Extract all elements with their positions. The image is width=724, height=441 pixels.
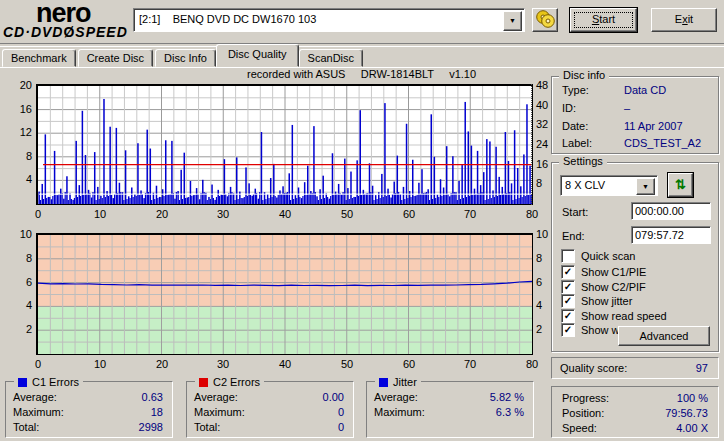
show-read-speed-label: Show read speed <box>581 310 667 322</box>
disc-info-panel: Disc info Type: Data CD ID: – Date: 11 A… <box>551 76 719 154</box>
scan-speed-select[interactable]: 8 X CLV ▼ <box>560 175 658 196</box>
disc-eject-button[interactable] <box>532 8 558 32</box>
axis-tick-label: 40 <box>536 99 556 112</box>
jitter-stats-panel: Jitter Average: 5.82 % Maximum: 6.3 % <box>366 381 534 438</box>
position-label: Position: <box>562 407 604 419</box>
quality-score-label: Quality score: <box>560 362 627 374</box>
nero-logo: nero CD·DVDØSPEED <box>3 1 133 43</box>
tab-strip: Benchmark Create Disc Disc Info Disc Qua… <box>2 47 365 67</box>
axis-tick-label: 16 <box>12 103 32 116</box>
axis-tick-label: 60 <box>399 208 419 221</box>
axis-tick-label: 2 <box>536 323 556 336</box>
axis-tick-label: 10 <box>536 228 556 241</box>
axis-tick-label: 0 <box>28 208 48 221</box>
cdd-logo-text: CD·DVD <box>3 24 63 40</box>
progress-panel: Progress: 100 % Position: 79:56.73 Speed… <box>551 386 719 438</box>
disc-id-label: ID: <box>562 102 576 114</box>
axis-tick-label: 6 <box>12 276 32 289</box>
axis-tick-label: 6 <box>536 276 556 289</box>
drive-select[interactable]: [2:1] BENQ DVD DC DW1670 103 ▼ <box>133 8 525 32</box>
axis-tick-label: 20 <box>152 208 172 221</box>
c1-legend-swatch <box>18 378 27 387</box>
axis-tick-label: 8 <box>536 177 556 190</box>
chart-title: recorded with ASUS DRW-1814BLT v1.10 <box>247 68 476 80</box>
refresh-icon: ⇅ <box>675 177 686 192</box>
tab-create-disc[interactable]: Create Disc <box>78 49 153 67</box>
chevron-down-icon[interactable]: ▼ <box>636 178 655 195</box>
axis-tick-label: 0 <box>28 358 48 371</box>
c1-total-value: 2998 <box>139 421 163 433</box>
c1-errors-plot <box>38 86 532 204</box>
scan-end-marker <box>531 84 533 205</box>
advanced-button[interactable]: Advanced <box>618 326 710 346</box>
tab-disc-quality[interactable]: Disc Quality <box>216 44 299 67</box>
c1-average-label: Average: <box>13 391 57 403</box>
axis-tick-label: 30 <box>213 358 233 371</box>
axis-tick-label: 8 <box>536 252 556 265</box>
axis-tick-label: 10 <box>90 358 110 371</box>
axis-tick-label: 20 <box>12 79 32 92</box>
checkbox-icon[interactable]: ✓ <box>561 309 575 323</box>
checkbox-icon[interactable]: ✓ <box>561 280 575 294</box>
disc-id-value: – <box>624 102 630 114</box>
show-jitter-checkbox[interactable]: ✓ Show jitter <box>561 294 632 308</box>
c2-errors-panel: C2 Errors Average: 0.00 Maximum: 0 Total… <box>186 381 354 438</box>
tab-scandisc[interactable]: ScanDisc <box>299 49 363 67</box>
jitter-maximum-label: Maximum: <box>374 406 425 418</box>
start-position-label: Start: <box>562 206 588 218</box>
c1-average-value: 0.63 <box>142 391 163 403</box>
show-read-speed-checkbox[interactable]: ✓ Show read speed <box>561 309 667 323</box>
progress-label: Progress: <box>562 392 609 404</box>
exit-button[interactable]: Exit <box>651 8 717 32</box>
show-jitter-label: Show jitter <box>581 295 632 307</box>
disc-type-label: Type: <box>562 84 589 96</box>
disc-date-label: Date: <box>562 120 588 132</box>
c1-errors-title: C1 Errors <box>32 376 79 388</box>
axis-tick-label: 10 <box>90 208 110 221</box>
end-position-label: End: <box>562 230 585 242</box>
disc-type-value: Data CD <box>624 84 666 96</box>
c2-total-value: 0 <box>338 421 344 433</box>
axis-tick-label: 70 <box>460 208 480 221</box>
axis-tick-label: 4 <box>12 173 32 186</box>
checkbox-icon[interactable]: ✓ <box>561 265 575 279</box>
chevron-down-icon[interactable]: ▼ <box>503 11 522 31</box>
quality-score-panel: Quality score: 97 <box>551 357 719 379</box>
end-position-input[interactable]: 079:57.72 <box>631 226 711 244</box>
discs-icon <box>534 9 556 29</box>
axis-tick-label: 20 <box>152 358 172 371</box>
axis-tick-label: 80 <box>522 358 542 371</box>
axis-tick-label: 24 <box>536 138 556 151</box>
axis-tick-label: 50 <box>337 358 357 371</box>
quality-score-value: 97 <box>696 362 708 374</box>
quick-scan-checkbox[interactable]: Quick scan <box>561 249 635 263</box>
c2-average-value: 0.00 <box>323 391 344 403</box>
axis-tick-label: 32 <box>536 118 556 131</box>
tab-benchmark[interactable]: Benchmark <box>2 49 76 67</box>
jitter-chart[interactable] <box>36 233 533 355</box>
c2-maximum-label: Maximum: <box>194 406 245 418</box>
start-position-input[interactable]: 000:00.00 <box>631 202 711 220</box>
checkbox-icon[interactable]: ✓ <box>561 323 575 337</box>
nero-cd-dvd-speed-window: nero CD·DVDØSPEED [2:1] BENQ DVD DC DW16… <box>0 0 724 441</box>
show-c2-pif-checkbox[interactable]: ✓ Show C2/PIF <box>561 280 646 294</box>
axis-tick-label: 12 <box>12 126 32 139</box>
show-c2-pif-label: Show C2/PIF <box>581 281 646 293</box>
axis-tick-label: 16 <box>536 158 556 171</box>
quick-scan-label: Quick scan <box>581 250 635 262</box>
speed-label: Speed: <box>562 422 597 434</box>
show-c1-pie-label: Show C1/PIE <box>581 266 646 278</box>
c1-errors-panel: C1 Errors Average: 0.63 Maximum: 18 Tota… <box>5 381 173 438</box>
scan-speed-value: 8 X CLV <box>565 179 605 191</box>
show-c1-pie-checkbox[interactable]: ✓ Show C1/PIE <box>561 265 646 279</box>
c1-errors-chart[interactable] <box>36 84 533 205</box>
refresh-button[interactable]: ⇅ <box>668 173 693 197</box>
checkbox-icon[interactable] <box>561 249 575 263</box>
start-button[interactable]: Start <box>570 8 637 32</box>
checkbox-icon[interactable]: ✓ <box>561 294 575 308</box>
drive-select-value: [2:1] BENQ DVD DC DW1670 103 <box>139 13 316 25</box>
c2-average-label: Average: <box>194 391 238 403</box>
progress-value: 100 % <box>677 392 708 404</box>
tab-disc-info[interactable]: Disc Info <box>155 49 216 67</box>
axis-tick-label: 8 <box>12 150 32 163</box>
